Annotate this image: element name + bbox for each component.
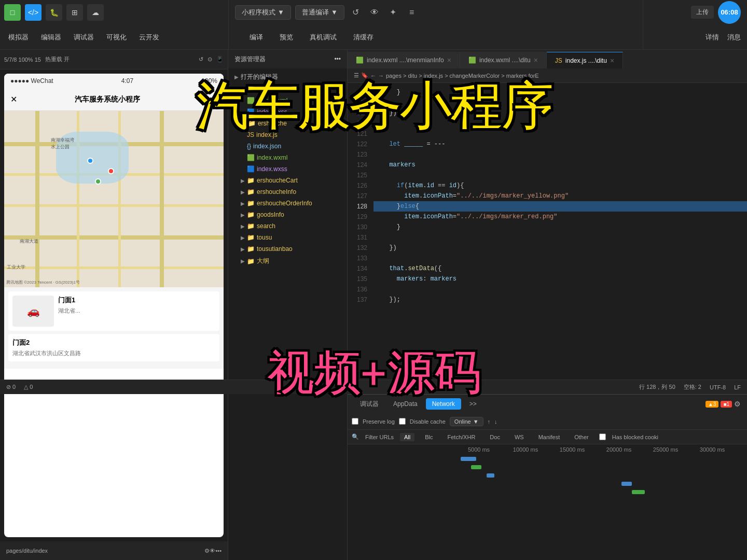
editor-btn[interactable]: </> bbox=[25, 4, 42, 21]
line-122: 122 bbox=[348, 139, 374, 149]
tab-close-1[interactable]: × bbox=[447, 56, 451, 64]
encoding-status: UTF-8 bbox=[710, 384, 726, 390]
tree-item-index-wxml-2[interactable]: 🟩 index.wxml bbox=[241, 152, 347, 163]
timeline-header: 5000 ms 10000 ms 15000 ms 20000 ms 25000… bbox=[352, 446, 743, 453]
tab-close-2[interactable]: × bbox=[534, 56, 538, 64]
tree-item-index-json[interactable]: {} index.json bbox=[241, 141, 347, 152]
tab-close-3[interactable]: × bbox=[610, 57, 614, 65]
phone-map-area[interactable]: 南湖幸福湾水上公园 南湖大道 工业大学 腾讯地图 ©2023 Tencent ·… bbox=[4, 111, 224, 287]
open-editors-toggle[interactable]: ▶ 打开的编辑器 bbox=[228, 71, 347, 83]
simulator-btn[interactable]: □ bbox=[4, 4, 21, 21]
editor-label[interactable]: 编辑器 bbox=[41, 33, 61, 42]
list-item[interactable]: 🚗 门面1 湖北省... bbox=[8, 291, 219, 331]
tab-menmian-wxml[interactable]: 🟩 index.wxml ....\menmianInfo × bbox=[348, 52, 460, 68]
filter-manifest[interactable]: Manifest bbox=[534, 433, 564, 441]
online-dropdown[interactable]: Online ▼ bbox=[450, 417, 483, 426]
car-title-2: 门面2 bbox=[12, 338, 215, 347]
toolbar-right-bottom: 详情 消息 bbox=[643, 25, 747, 50]
wxml2-icon: 🟩 bbox=[247, 154, 255, 161]
mode-dropdown[interactable]: 小程序模式 ▼ bbox=[235, 5, 291, 20]
share-icon[interactable]: ⊕ bbox=[211, 94, 217, 104]
filter-xhr[interactable]: Fetch/XHR bbox=[444, 433, 480, 441]
warning-badge: ▲3 bbox=[706, 401, 718, 408]
filter-all[interactable]: All bbox=[400, 433, 414, 441]
code-line-122: let _____ = --- bbox=[374, 139, 747, 149]
filter-other[interactable]: Other bbox=[570, 433, 593, 441]
tab-appdata[interactable]: AppData bbox=[387, 398, 424, 410]
tree-item-ershouche[interactable]: ▼ 📁 ershouche bbox=[234, 118, 347, 129]
upload-btn[interactable]: 上传 bbox=[691, 6, 714, 19]
tree-item-index-wxss-2[interactable]: 🟦 index.wxss bbox=[241, 163, 347, 175]
tree-item-tousutianbao[interactable]: ▶ 📁 tousutianbao bbox=[234, 243, 347, 255]
blocked-cookies-checkbox[interactable] bbox=[599, 433, 606, 440]
tab-debugger[interactable]: 调试器 bbox=[354, 398, 385, 411]
tree-item-index-js[interactable]: JS index.js bbox=[241, 129, 347, 141]
editor-tabs: 🟩 index.wxml ....\menmianInfo × 🟩 index.… bbox=[348, 50, 747, 68]
refresh-icon[interactable]: ↺ bbox=[199, 56, 203, 63]
tree-item-ershouche-cart[interactable]: ▶ 📁 ershoucheCart bbox=[234, 175, 347, 186]
visibility-icon[interactable]: 👁 bbox=[210, 548, 215, 554]
filter-search-icon[interactable]: 🔍 bbox=[352, 433, 359, 440]
more-dots[interactable]: ••• bbox=[215, 548, 222, 554]
detail-label[interactable]: 详情 bbox=[706, 33, 719, 42]
line-col-status: 行 128，列 50 bbox=[639, 383, 675, 391]
filter-doc[interactable]: Doc bbox=[486, 433, 504, 441]
cloud-btn[interactable]: ☁ bbox=[87, 4, 104, 21]
tree-item-ditu[interactable]: 📁 ditu bbox=[234, 83, 347, 95]
refresh-btn[interactable]: ↺ bbox=[349, 5, 363, 20]
tab-ditu-js[interactable]: JS index.js ....\ditu × bbox=[547, 52, 623, 68]
star-btn[interactable]: ✦ bbox=[386, 5, 400, 20]
clear-cache-label[interactable]: 清缓存 bbox=[353, 33, 374, 42]
tree-item-goods-info[interactable]: ▶ 📁 goodsInfo bbox=[234, 209, 347, 220]
message-label[interactable]: 消息 bbox=[727, 33, 741, 42]
settings-gear-icon[interactable]: ⚙ bbox=[734, 400, 741, 408]
tab-more[interactable]: >> bbox=[463, 398, 483, 410]
line-131: 131 bbox=[348, 232, 374, 243]
tree-item-outline[interactable]: ▶ 📁 大纲 bbox=[234, 255, 347, 268]
visual-label[interactable]: 可视化 bbox=[106, 33, 127, 42]
simulator-label[interactable]: 模拟器 bbox=[8, 33, 29, 42]
more-icon[interactable]: ••• bbox=[198, 95, 206, 104]
debugger-btn[interactable]: 🐛 bbox=[46, 4, 62, 21]
preserve-log-checkbox[interactable] bbox=[352, 418, 358, 425]
forward-nav-icon[interactable]: → bbox=[378, 73, 384, 79]
online-dropdown-arrow: ▼ bbox=[473, 418, 479, 425]
eye-btn[interactable]: 👁 bbox=[367, 5, 382, 20]
chevron-right7-icon: ▶ bbox=[241, 235, 245, 241]
disable-cache-checkbox[interactable] bbox=[399, 418, 406, 425]
chevron-right9-icon: ▶ bbox=[241, 258, 245, 264]
phone-icon[interactable]: 📱 bbox=[216, 56, 224, 63]
layers-btn[interactable]: ≡ bbox=[405, 5, 419, 20]
filter-ws[interactable]: WS bbox=[510, 433, 528, 441]
js-tab-icon: JS bbox=[555, 57, 562, 64]
phone-nav-title: 汽车服务系统小程序 bbox=[21, 95, 193, 104]
file-tree-menu-icon[interactable]: ••• bbox=[334, 55, 341, 63]
filter-blc[interactable]: Blc bbox=[421, 433, 437, 441]
dropdown-arrow-icon: ▼ bbox=[278, 8, 284, 16]
back-icon[interactable]: ✕ bbox=[10, 94, 17, 104]
code-line-127: item.iconPath="../../imgs/marker_yellow.… bbox=[374, 191, 747, 201]
compile-dropdown[interactable]: 普通编译 ▼ bbox=[295, 5, 344, 20]
list-item-2[interactable]: 门面2 湖北省武汉市洪山区文昌路 bbox=[8, 334, 219, 361]
tab-network[interactable]: Network bbox=[426, 398, 461, 410]
tree-item-index-wxml-1[interactable]: 🟩 index.wxml bbox=[241, 95, 347, 106]
grid-btn[interactable]: ⊞ bbox=[66, 4, 83, 21]
cloud-label[interactable]: 云开发 bbox=[139, 33, 159, 42]
phone-battery: 100% bbox=[201, 77, 217, 85]
back-nav-icon[interactable]: ← bbox=[370, 73, 376, 79]
tree-item-index-wxss-1[interactable]: 🟦 index.wxss bbox=[241, 106, 347, 118]
stop-icon[interactable]: ⊙ bbox=[208, 56, 212, 63]
tree-item-tousu[interactable]: ▶ 📁 tousu bbox=[234, 232, 347, 243]
preview-label[interactable]: 预览 bbox=[280, 33, 293, 42]
spaces-status: 空格: 2 bbox=[684, 383, 701, 391]
real-debug-label[interactable]: 真机调试 bbox=[310, 33, 337, 42]
tab-ditu-wxml[interactable]: 🟩 index.wxml ....\ditu × bbox=[460, 52, 547, 68]
debugger-label[interactable]: 调试器 bbox=[74, 33, 94, 42]
hot-reload-label[interactable]: 热重载 开 bbox=[45, 55, 70, 63]
tree-item-search[interactable]: ▶ 📁 search bbox=[234, 220, 347, 232]
marker-2 bbox=[108, 168, 114, 174]
tree-item-ershouche-info[interactable]: ▶ 📁 ershoucheInfo bbox=[234, 186, 347, 198]
tree-item-ershouche-order[interactable]: ▶ 📁 ershoucheOrderInfo bbox=[234, 198, 347, 209]
settings-icon[interactable]: ⚙ bbox=[204, 548, 210, 554]
compile-label[interactable]: 编译 bbox=[250, 33, 263, 42]
